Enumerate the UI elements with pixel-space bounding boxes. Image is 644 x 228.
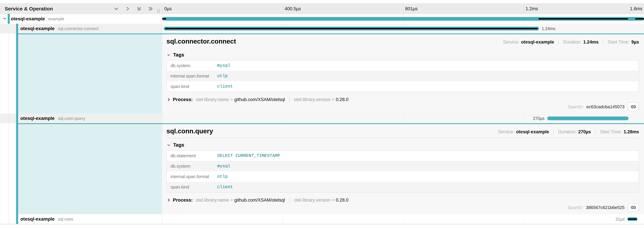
tag-key: span.kind <box>167 84 217 89</box>
critical-path-segment <box>538 18 628 20</box>
span-bar-cell[interactable]: 270µs <box>162 113 644 123</box>
tag-row: internal.span.format otlp <box>167 71 638 81</box>
detail-name-column <box>18 34 162 113</box>
process-section-toggle[interactable]: Process: otel.library.name = github.com/… <box>166 197 348 203</box>
gridline <box>524 113 524 123</box>
title-divider <box>166 138 639 138</box>
equals-sign: = <box>332 97 334 102</box>
tag-key: db.statement <box>167 153 217 158</box>
operation-name: sql.conn.query <box>58 116 85 121</box>
critical-path-segment <box>162 18 166 20</box>
span-row-sql-rows[interactable]: otesql-examplesql.rows 31µs <box>0 214 644 224</box>
span-name-label: otesql-examplesql.conn.query <box>20 116 85 121</box>
tag-row: db.system mysql <box>167 161 638 171</box>
span-meta: Service: otesql-example Duration: 270µs … <box>498 129 639 135</box>
critical-path-segment <box>628 218 637 220</box>
process-value: github.com/XSAM/otelsql <box>234 97 285 102</box>
tags-heading: Tags <box>173 52 184 58</box>
detail-gutter <box>0 124 16 214</box>
service-label: Service: <box>498 129 514 134</box>
chevron-down-icon <box>166 143 171 147</box>
span-name-cell[interactable]: otesql-examplesql.rows <box>0 214 162 224</box>
detail-name-column <box>18 124 162 214</box>
timeline-ruler: 0µs 400.5µs 801µs 1.2ms 1.6ms <box>162 4 644 14</box>
tick-label: 1.2ms <box>526 6 538 11</box>
tag-value: SELECT CURRENT_TIMESTAMP <box>217 153 280 158</box>
expand-collapse-controls <box>114 6 153 12</box>
tag-key: span.kind <box>167 184 217 190</box>
tags-section-toggle[interactable]: Tags <box>166 142 184 148</box>
span-bar-cell[interactable] <box>162 14 644 24</box>
service-operation-header: Service & Operation <box>0 4 162 14</box>
chevron-right-icon[interactable] <box>125 6 130 12</box>
span-name-cell[interactable]: otesql-examplesql.conn.query <box>0 113 162 123</box>
process-divider <box>289 197 290 203</box>
process-value: 0.28.0 <box>336 97 348 102</box>
equals-sign: = <box>332 197 334 203</box>
meta-divider <box>554 129 554 135</box>
process-value: 0.28.0 <box>336 197 348 203</box>
indent-guide <box>9 34 9 113</box>
detail-header: sql.conn.query Service: otesql-example D… <box>166 127 639 135</box>
tick-label: 400.5µs <box>285 6 301 11</box>
tag-key: db.system <box>167 164 217 169</box>
service-name: otesql-example <box>11 16 45 21</box>
span-bar[interactable] <box>547 117 629 120</box>
span-name-label: otesql-exampleexample <box>11 16 64 22</box>
tag-row: db.statement SELECT CURRENT_TIMESTAMP <box>167 150 638 161</box>
chevron-down-icon[interactable] <box>114 6 119 12</box>
span-id-label: SpanID: <box>568 104 584 109</box>
span-title: sql.conn.query <box>166 127 213 135</box>
link-icon <box>630 204 636 210</box>
start-time-value: 9µs <box>631 40 639 45</box>
span-name-cell[interactable]: otesql-exampleexample <box>0 14 162 24</box>
detail-content: sql.connector.connect Service: otesql-ex… <box>162 34 644 113</box>
span-row-example[interactable]: otesql-exampleexample <box>0 14 644 24</box>
service-value: otesql-example <box>516 129 549 134</box>
process-heading: Process: <box>173 97 193 102</box>
tag-key: internal.span.format <box>167 74 217 79</box>
process-key: otel.library.name <box>196 197 229 203</box>
chevron-right-icon <box>166 97 171 102</box>
tag-key: internal.span.format <box>167 174 217 179</box>
detail-header: sql.connector.connect Service: otesql-ex… <box>166 38 639 45</box>
duration-value: 270µs <box>578 129 591 134</box>
tag-key: db.system <box>167 63 217 68</box>
process-section-toggle[interactable]: Process: otel.library.name = github.com/… <box>166 97 348 102</box>
copy-link-button[interactable] <box>628 102 639 111</box>
double-chevron-down-icon[interactable] <box>136 6 142 12</box>
column-resizer-grip[interactable] <box>158 9 160 13</box>
span-meta: Service: otesql-example Duration: 1.24ms… <box>503 40 639 45</box>
gridline <box>524 4 524 14</box>
bottom-strip <box>0 224 644 228</box>
service-label: Service: <box>503 40 520 45</box>
span-row-sql-conn-query[interactable]: otesql-examplesql.conn.query 270µs <box>0 113 644 123</box>
indent-guide <box>9 214 9 224</box>
process-heading: Process: <box>173 197 193 203</box>
double-chevron-right-icon[interactable] <box>148 6 153 12</box>
process-key: otel.library.version <box>294 197 330 203</box>
link-icon <box>630 104 636 110</box>
span-id-row: SpanID: ec63cadcba145073 <box>166 102 639 111</box>
service-color-bar <box>16 214 18 224</box>
service-color-bar <box>8 14 10 24</box>
span-row-sql-connector-connect[interactable]: otesql-examplesql.connector.connect 1.24… <box>0 24 644 34</box>
tag-row: span.kind client <box>167 182 638 192</box>
indent-guide <box>9 24 9 34</box>
span-bar-cell[interactable]: 31µs <box>162 214 644 224</box>
span-name-label: otesql-examplesql.rows <box>20 216 74 222</box>
span-duration-label: 31µs <box>616 217 625 221</box>
tick-label: 801µs <box>405 6 418 11</box>
span-bar-cell[interactable]: 1.24ms <box>162 24 644 34</box>
service-value: otesql-example <box>521 40 554 45</box>
tag-value: mysql <box>217 63 230 68</box>
duration-label: Duration: <box>563 40 582 45</box>
chevron-down-icon <box>166 53 171 57</box>
service-color-bar <box>16 113 18 123</box>
chevron-down-icon[interactable] <box>2 16 7 22</box>
copy-link-button[interactable] <box>628 203 639 212</box>
span-name-cell[interactable]: otesql-examplesql.connector.connect <box>0 24 162 34</box>
tags-section-toggle[interactable]: Tags <box>166 52 184 58</box>
trace-timeline-view: Service & Operation 0µs 400.5µs 801 <box>0 0 644 228</box>
operation-name: sql.connector.connect <box>58 26 98 31</box>
